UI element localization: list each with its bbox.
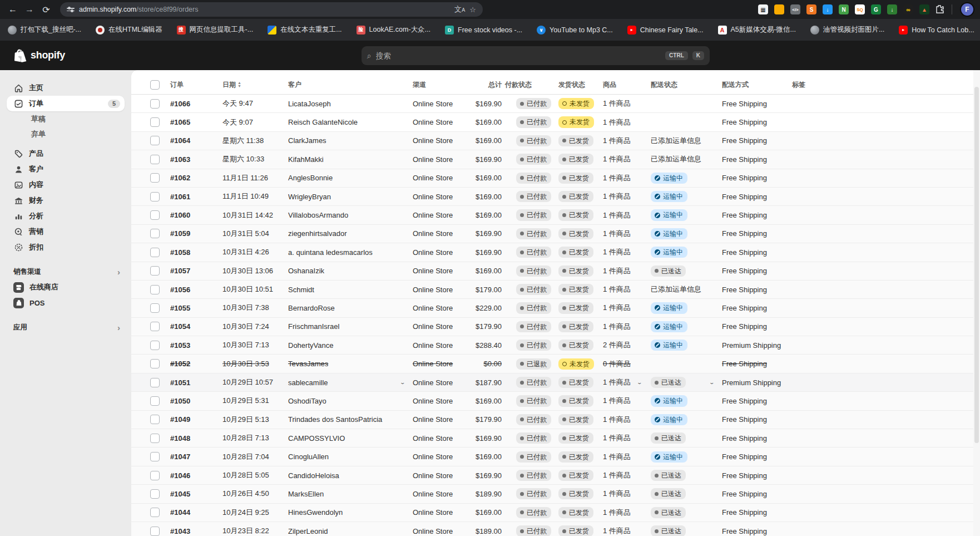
order-row-1063[interactable]: #1063星期六 10:33KifahMakkiOnline Store$169… [131,150,980,169]
order-row-1064[interactable]: #1064星期六 11:38ClarkJamesOnline Store$169… [131,132,980,150]
order-row-1065[interactable]: #1065今天 9:07Reisch GalanteNicoleOnline S… [131,113,980,131]
sidebar-item-orders[interactable]: 订单5 [7,96,125,111]
vertical-scrollbar[interactable] [973,70,980,536]
order-row-1050[interactable]: #105010月29日 5:31OshodiTayoOnline Store$1… [131,392,980,410]
sidebar-item-customers[interactable]: 客户 [7,161,125,177]
row-checkbox[interactable] [150,229,160,238]
puzzle-extensions-icon[interactable] [935,5,944,14]
bookmark-star-icon[interactable]: ☆ [469,6,476,14]
customer-chevron-icon[interactable]: ⌄ [400,380,406,385]
shopify-logo[interactable]: shopify [14,49,65,62]
row-checkbox[interactable] [150,99,160,109]
sidebar-item-finance[interactable]: 财务 [7,193,125,208]
site-settings-icon[interactable] [67,6,75,13]
row-checkbox[interactable] [150,396,160,406]
code-extension-icon[interactable]: </> [790,4,800,14]
row-checkbox[interactable] [150,322,160,331]
sidebar-item-marketing[interactable]: 营销 [7,224,125,239]
col-header-date[interactable]: 日期▲▼ [222,80,288,90]
infinity-extension-icon[interactable]: ∞ [903,4,913,14]
sidebar-item-content[interactable]: 内容 [7,177,125,193]
order-row-1060[interactable]: #106010月31日 14:42VillalobosArmandoOnline… [131,206,980,224]
select-all-checkbox[interactable] [150,80,160,90]
scrollbar-thumb[interactable] [974,87,979,443]
drop-extension-icon[interactable]: ↓ [823,4,833,14]
row-checkbox[interactable] [150,210,160,220]
row-checkbox[interactable] [150,527,160,536]
profile-avatar[interactable]: F [960,2,974,17]
order-row-1057[interactable]: #105710月30日 13:06OshanaIzikOnline Store$… [131,262,980,281]
bookmark-item[interactable]: 搜网页信息提取工具-... [177,25,254,35]
order-row-1062[interactable]: #106211月1日 11:26AnglesBonnieOnline Store… [131,169,980,188]
sidebar-item-drafts[interactable]: 草稿 [7,111,125,126]
bookmark-item[interactable]: ∨YouTube to Mp3 C... [537,26,613,35]
row-checkbox[interactable] [150,173,160,183]
sidebar-item-online-store[interactable]: 在线商店 [7,279,125,295]
order-row-1056[interactable]: #105610月30日 10:51SchmidtOnline Store$179… [131,281,980,299]
row-checkbox[interactable] [150,359,160,368]
row-checkbox[interactable] [150,471,160,480]
row-checkbox[interactable] [150,434,160,443]
sidebar-item-analytics[interactable]: 分析 [7,208,125,224]
row-checkbox[interactable] [150,155,160,164]
order-row-1061[interactable]: #106111月1日 10:49WrigleyBryanOnline Store… [131,188,980,206]
delivery-chevron-icon[interactable]: ⌄ [709,380,715,385]
download-extension-icon[interactable]: ↓ [887,4,897,14]
address-bar[interactable]: admin.shopify.com/store/ce8f99/orders 文ᴀ… [60,2,483,17]
bookmark-item[interactable]: ▸Chinese Fairy Tale... [627,26,704,35]
sidebar-item-discounts[interactable]: 折扣 [7,239,125,255]
reload-icon[interactable]: ⟳ [39,2,53,17]
global-search[interactable]: ⌕ CTRL K [362,46,710,65]
forward-icon[interactable]: → [22,2,37,17]
row-checkbox[interactable] [150,303,160,313]
items-chevron-icon[interactable]: ⌄ [636,380,642,385]
bookmark-item[interactable]: ▸How To Catch Lob... [899,26,974,35]
bookmark-item[interactable]: 打包下载_搜丝吧-... [8,25,81,35]
order-row-1047[interactable]: #104710月28日 7:04CinogluAllenOnline Store… [131,448,980,466]
order-row-1059[interactable]: #105910月31日 5:04ziegenhirtsalvadorOnline… [131,225,980,243]
sidebar-item-abandoned[interactable]: 弃单 [7,126,125,141]
row-checkbox[interactable] [150,136,160,145]
sidebar-item-home[interactable]: 主页 [7,80,125,96]
sq-extension-icon[interactable]: SQ [855,4,865,14]
row-checkbox[interactable] [150,452,160,461]
n-extension-icon[interactable]: N [839,4,849,14]
row-checkbox[interactable] [150,248,160,257]
bookmark-item[interactable]: 在线文本去重复工... [268,25,341,35]
bookmark-item[interactable]: 在线HTML编辑器 [96,25,162,35]
bookmark-item[interactable]: AA5新媒体交易-微信... [718,25,796,35]
sidebar-section-apps[interactable]: 应用› [7,319,125,335]
ads-extension-icon[interactable]: ▲ [919,4,929,14]
row-checkbox[interactable] [150,415,160,424]
translate-icon[interactable]: 文ᴀ [454,4,465,14]
qr-extension-icon[interactable]: ▦ [758,4,768,14]
sidebar-item-products[interactable]: 产品 [7,146,125,161]
grammarly-extension-icon[interactable]: G [871,4,881,14]
order-row-1043[interactable]: #104310月23日 8:22ZilperLeonidOnline Store… [131,522,980,536]
row-checkbox[interactable] [150,378,160,387]
order-row-1046[interactable]: #104610月28日 5:05CandidoHeloisaOnline Sto… [131,466,980,485]
row-checkbox[interactable] [150,266,160,276]
row-checkbox[interactable] [150,489,160,499]
bookmark-item[interactable]: DFree stock videos -... [445,26,522,35]
shopify-s-extension-icon[interactable]: S [806,4,816,14]
order-row-1045[interactable]: #104510月26日 4:50MarksEllenOnline Store$1… [131,485,980,503]
back-icon[interactable]: ← [6,2,20,17]
bookmark-item[interactable]: 油管视频封面图片... [810,25,884,35]
row-checkbox[interactable] [150,508,160,517]
sidebar-section-sales-channels[interactable]: 销售渠道› [7,264,125,279]
row-checkbox[interactable] [150,192,160,201]
row-checkbox[interactable] [150,341,160,350]
order-row-1048[interactable]: #104810月28日 7:13CAMPOSSYLVIOOnline Store… [131,429,980,448]
bookmark-item[interactable]: 脸LookAE.com-大众... [357,25,430,35]
order-row-1052[interactable]: #105210月30日 3:53TevasJamesOnline Store$0… [131,355,980,373]
order-row-1054[interactable]: #105410月30日 7:24FrischmanIsraelOnline St… [131,318,980,336]
search-input[interactable] [376,52,661,60]
order-row-1051[interactable]: #105110月29日 10:57sablecamille⌄Online Sto… [131,373,980,392]
order-row-1053[interactable]: #105310月30日 7:13DohertyVanceOnline Store… [131,336,980,355]
sidebar-item-pos[interactable]: POS [7,295,125,311]
order-row-1058[interactable]: #105810月31日 4:26a. quintana ledesmacarlo… [131,243,980,262]
order-row-1049[interactable]: #104910月29日 5:13Trindades dos SantosPatr… [131,411,980,429]
cat-extension-icon[interactable] [774,4,784,14]
row-checkbox[interactable] [150,117,160,127]
